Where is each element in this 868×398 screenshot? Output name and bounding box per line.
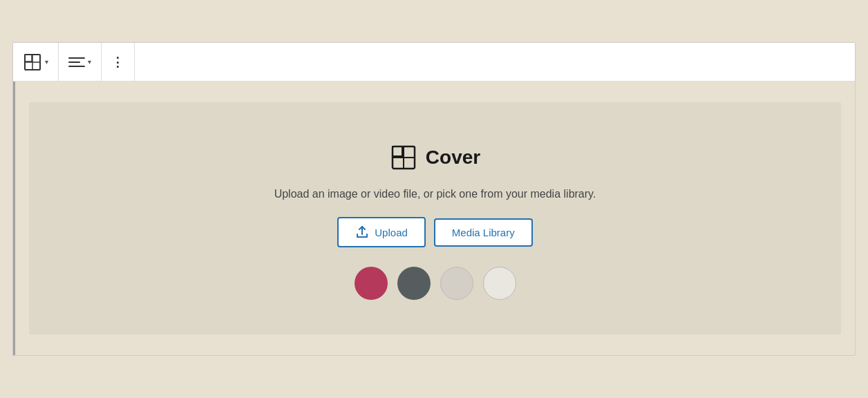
upload-button[interactable]: Upload bbox=[337, 217, 426, 247]
color-swatch-dark[interactable] bbox=[397, 267, 431, 300]
toolbar: ▾ ▾ ⋮ bbox=[13, 43, 855, 82]
editor-wrapper: ▾ ▾ ⋮ bbox=[12, 42, 856, 356]
block-type-button[interactable]: ▾ bbox=[13, 43, 59, 81]
button-row: Upload Media Library bbox=[337, 217, 532, 247]
svg-rect-1 bbox=[25, 55, 32, 61]
upload-icon bbox=[355, 225, 369, 239]
more-options-icon: ⋮ bbox=[111, 55, 124, 70]
cover-block-icon bbox=[23, 53, 42, 72]
more-options-button[interactable]: ⋮ bbox=[102, 43, 135, 81]
cover-heading: Cover bbox=[426, 146, 480, 169]
align-icon bbox=[68, 55, 85, 69]
block-type-chevron: ▾ bbox=[45, 58, 48, 66]
cover-title-row: Cover bbox=[390, 144, 480, 171]
upload-button-label: Upload bbox=[375, 227, 408, 238]
media-library-button-label: Media Library bbox=[452, 227, 515, 238]
align-chevron: ▾ bbox=[88, 58, 91, 66]
content-area: Cover Upload an image or video file, or … bbox=[13, 82, 855, 355]
color-swatch-light[interactable] bbox=[440, 267, 473, 300]
cover-block: Cover Upload an image or video file, or … bbox=[29, 102, 841, 334]
color-swatch-white[interactable] bbox=[483, 267, 516, 300]
cover-icon-large bbox=[390, 144, 417, 171]
media-library-button[interactable]: Media Library bbox=[434, 218, 533, 247]
align-button[interactable]: ▾ bbox=[59, 43, 102, 81]
cover-description: Upload an image or video file, or pick o… bbox=[274, 188, 596, 200]
color-swatch-row bbox=[355, 267, 516, 300]
color-swatch-red[interactable] bbox=[355, 267, 388, 300]
svg-rect-5 bbox=[393, 146, 402, 156]
